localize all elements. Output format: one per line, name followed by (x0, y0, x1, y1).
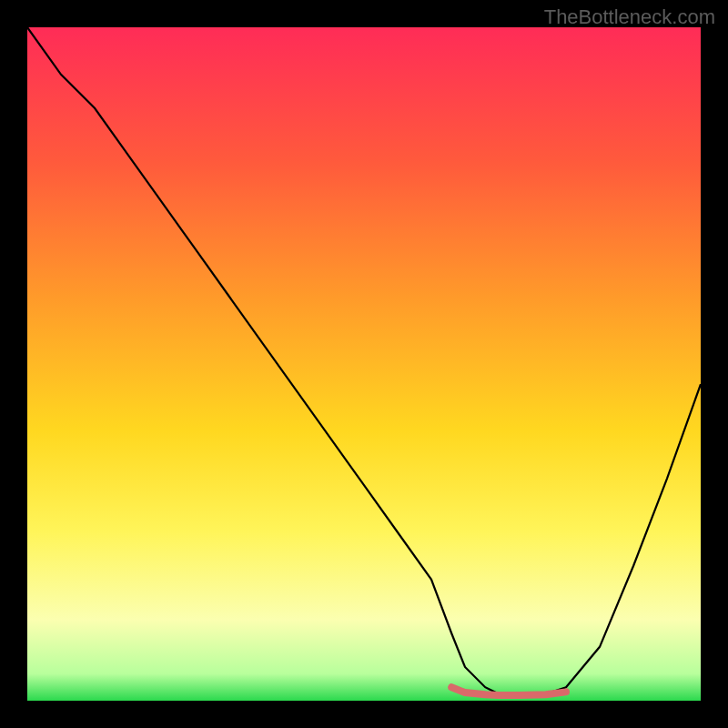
chart-container (27, 27, 701, 701)
watermark-text: TheBottleneck.com (544, 5, 715, 29)
gradient-background (27, 27, 701, 701)
chart-svg (27, 27, 701, 701)
